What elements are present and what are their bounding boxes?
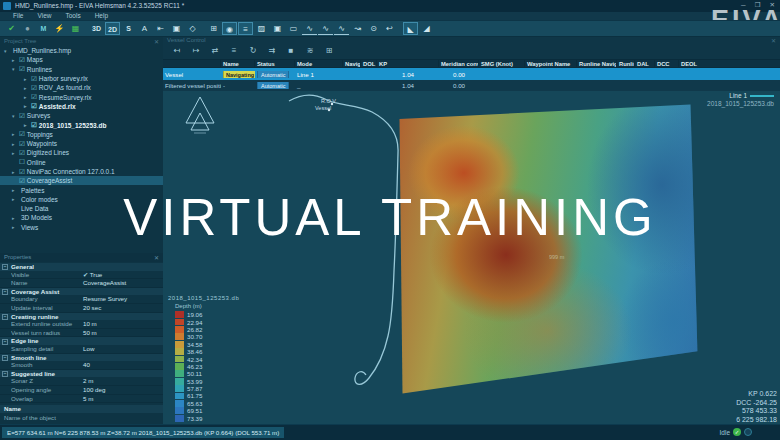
waves-tool-icon[interactable]: ≋ xyxy=(304,45,316,57)
column-header[interactable]: Status xyxy=(255,60,295,67)
column-header[interactable]: DAL xyxy=(635,60,655,67)
calendar-icon[interactable]: ▦ xyxy=(68,22,83,35)
map-viewport[interactable]: R.O.V Vessel 999 m Line 1 2018_1015_1252… xyxy=(163,91,780,425)
tree-item-toppings[interactable]: ▸ ☑ Toppings xyxy=(0,130,163,139)
property-group-general[interactable]: General xyxy=(0,263,163,271)
property-name[interactable]: Name CoverageAssist xyxy=(0,279,163,288)
checkbox-icon[interactable]: ☑ xyxy=(31,75,37,83)
stop-tool-icon[interactable]: ■ xyxy=(285,45,297,57)
slope-view-icon[interactable]: ◢ xyxy=(419,22,434,35)
expand-arrow-icon[interactable]: ▾ xyxy=(12,113,17,119)
property-group-smooth-line[interactable]: Smooth line xyxy=(0,354,163,362)
property-boundary[interactable]: Boundary Resume Survey xyxy=(0,295,163,304)
column-header[interactable]: DEOL xyxy=(679,60,780,67)
tree-item-navipac-connection[interactable]: ▸ ☑ NaviPac Connection 127.0.0.1 xyxy=(0,167,163,176)
checkbox-icon[interactable]: ☑ xyxy=(31,121,37,129)
wave-profile-1-icon[interactable]: ∿ xyxy=(302,23,317,35)
expand-arrow-icon[interactable]: ▸ xyxy=(24,103,29,109)
expand-arrow-icon[interactable]: ▸ xyxy=(12,150,17,156)
property-value[interactable]: 50 m xyxy=(83,329,97,337)
column-header[interactable]: DCC xyxy=(655,60,679,67)
expand-arrow-icon[interactable]: ▾ xyxy=(4,48,9,54)
column-header[interactable]: Runline Navigation xyxy=(577,60,617,67)
property-group-coverage-assist[interactable]: Coverage Assist xyxy=(0,288,163,296)
expand-arrow-icon[interactable]: ▸ xyxy=(24,85,29,91)
mb-icon[interactable]: M xyxy=(36,22,51,35)
view-3d-button[interactable]: 3D xyxy=(89,22,104,35)
property-value[interactable]: True xyxy=(83,271,102,279)
expand-arrow-icon[interactable]: ▸ xyxy=(12,131,17,137)
wave-profile-2-icon[interactable]: ∿ xyxy=(318,23,333,35)
column-header[interactable]: Runline Name xyxy=(617,60,635,67)
align-tool-icon[interactable]: ≡ xyxy=(228,45,240,57)
tree-item-survey-db[interactable]: ▸ ☑ 2018_1015_125253.db xyxy=(0,120,163,129)
tree-item-resumesurvey[interactable]: ▸ ☑ ResumeSurvey.rlx xyxy=(0,92,163,101)
tree-item-digitized-lines[interactable]: ▸ ☑ Digitized Lines xyxy=(0,148,163,157)
tree-item-rov-as-found[interactable]: ▸ ☑ ROV_As found.rlx xyxy=(0,83,163,92)
checkbox-icon[interactable]: ☑ xyxy=(31,93,37,101)
record-icon[interactable]: ● xyxy=(20,22,35,35)
tree-item-assisted[interactable]: ▸ ☑ Assisted.rlx xyxy=(0,102,163,111)
import-view-icon[interactable]: ⇤ xyxy=(153,22,168,35)
property-smooth[interactable]: Smooth 40 xyxy=(0,361,163,370)
view-2d-button[interactable]: 2D xyxy=(105,22,120,35)
property-value[interactable]: CoverageAssist xyxy=(83,279,126,287)
menu-item[interactable]: File xyxy=(6,12,30,20)
column-header[interactable]: KP xyxy=(377,60,439,67)
menu-item[interactable]: Help xyxy=(88,12,115,20)
close-icon[interactable]: ✕ xyxy=(154,38,159,45)
checkbox-icon[interactable]: ☑ xyxy=(19,168,25,176)
route-icon[interactable]: ↝ xyxy=(350,22,365,35)
tree-item-surveys[interactable]: ▾ ☑ Surveys xyxy=(0,111,163,120)
column-header[interactable]: Navigation Object xyxy=(343,60,361,67)
checker-icon[interactable]: ▨ xyxy=(254,22,269,35)
column-header[interactable]: Waypoint Name xyxy=(525,60,577,67)
checkbox-icon[interactable]: ☑ xyxy=(19,130,25,138)
grid-table-tool-icon[interactable]: ⊞ xyxy=(323,45,335,57)
column-header[interactable]: Name xyxy=(221,60,255,67)
property-value[interactable]: 2 m xyxy=(83,377,93,385)
uturn-icon[interactable]: ↩ xyxy=(382,22,397,35)
table-row-vessel[interactable]: Vessel Navigating Automatic Line 1 1.04 … xyxy=(163,68,780,80)
property-overlap[interactable]: Overlap 5 m xyxy=(0,395,163,404)
column-header[interactable]: Meridian convergence xyxy=(439,60,479,67)
grid-icon[interactable]: ⊞ xyxy=(206,22,221,35)
property-value[interactable]: Resume Survey xyxy=(83,295,127,303)
tree-item-harbor-survey[interactable]: ▸ ☑ Harbor survey.rlx xyxy=(0,74,163,83)
column-header[interactable]: SMG (Knot) xyxy=(479,60,525,67)
checkbox-icon[interactable]: ☑ xyxy=(31,102,37,110)
extend-tool-icon[interactable]: ⇉ xyxy=(266,45,278,57)
contour-icon[interactable]: ◉ xyxy=(222,22,237,35)
expand-arrow-icon[interactable]: ▸ xyxy=(24,94,29,100)
tree-item-online[interactable]: ☐ Online xyxy=(0,158,163,167)
property-value[interactable]: 5 m xyxy=(83,395,93,403)
property-sonar-z[interactable]: Sonar Z 2 m xyxy=(0,377,163,386)
separator[interactable] xyxy=(201,22,205,35)
checkbox-icon[interactable]: ☑ xyxy=(19,177,25,185)
checkbox-icon[interactable]: ☑ xyxy=(31,84,37,92)
ruler-icon[interactable]: ▭ xyxy=(286,22,301,35)
connection-icon[interactable]: ⚡ xyxy=(52,22,67,35)
line-start-tool-icon[interactable]: ↤ xyxy=(171,45,183,57)
column-header[interactable]: Mode xyxy=(295,60,343,67)
close-icon[interactable]: ✕ xyxy=(771,37,776,44)
swap-line-tool-icon[interactable]: ⇄ xyxy=(209,45,221,57)
apply-icon[interactable]: ✔ xyxy=(4,22,19,35)
property-visible[interactable]: Visible True xyxy=(0,271,163,280)
expand-arrow-icon[interactable]: ▸ xyxy=(24,122,29,128)
expand-arrow-icon[interactable]: ▸ xyxy=(24,76,29,82)
boundary-icon[interactable]: ◇ xyxy=(185,22,200,35)
separator[interactable] xyxy=(398,22,402,35)
export-view-icon[interactable]: ▣ xyxy=(169,22,184,35)
line-end-tool-icon[interactable]: ↦ xyxy=(190,45,202,57)
checkbox-icon[interactable]: ☑ xyxy=(19,56,25,64)
expand-arrow-icon[interactable]: ▸ xyxy=(12,141,17,147)
camera-icon[interactable]: ▣ xyxy=(270,22,285,35)
close-icon[interactable]: ✕ xyxy=(154,254,159,261)
view-s-button[interactable]: S xyxy=(121,22,136,35)
expand-arrow-icon[interactable]: ▸ xyxy=(12,169,17,175)
property-value[interactable]: 100 deg xyxy=(83,386,105,394)
property-group-creating-runline[interactable]: Creating runline xyxy=(0,313,163,321)
property-vessel-turn-radius[interactable]: Vessel turn radius 50 m xyxy=(0,329,163,338)
tree-item-coverageassist[interactable]: ☑ CoverageAssist xyxy=(0,176,163,185)
